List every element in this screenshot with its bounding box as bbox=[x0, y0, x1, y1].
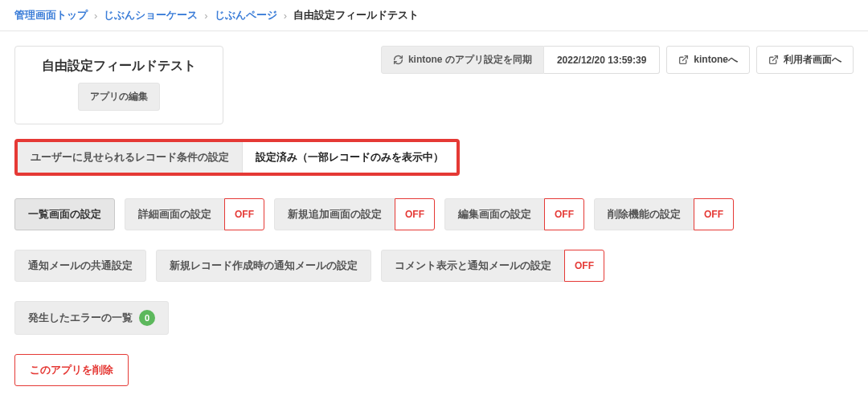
external-link-icon bbox=[678, 55, 689, 65]
sync-group: kintone のアプリ設定を同期 2022/12/20 13:59:39 bbox=[381, 46, 660, 74]
record-condition-button[interactable]: ユーザーに見せられるレコード条件の設定 bbox=[18, 142, 242, 173]
tab-notify-comment[interactable]: コメント表示と通知メールの設定 bbox=[381, 250, 565, 282]
tab-detail-screen[interactable]: 詳細画面の設定 bbox=[125, 198, 225, 230]
error-count-badge: 0 bbox=[139, 310, 155, 326]
off-badge: OFF bbox=[694, 198, 734, 230]
chevron-right-icon: › bbox=[204, 10, 207, 22]
tab-delete-feature[interactable]: 削除機能の設定 bbox=[594, 198, 694, 230]
refresh-icon bbox=[393, 55, 403, 65]
sync-kintone-label: kintone のアプリ設定を同期 bbox=[408, 53, 532, 67]
page-title: 自由設定フィールドテスト bbox=[35, 58, 203, 75]
user-screen-link-label: 利用者画面へ bbox=[784, 53, 841, 67]
tab-add-screen[interactable]: 新規追加画面の設定 bbox=[274, 198, 395, 230]
off-badge: OFF bbox=[544, 198, 584, 230]
record-condition-highlight: ユーザーに見せられるレコード条件の設定 設定済み（一部レコードのみを表示中） bbox=[14, 139, 460, 176]
user-screen-link-button[interactable]: 利用者画面へ bbox=[756, 46, 854, 74]
error-list-label: 発生したエラーの一覧 bbox=[28, 311, 133, 325]
chevron-right-icon: › bbox=[94, 10, 97, 22]
off-badge: OFF bbox=[395, 198, 435, 230]
tab-edit-screen[interactable]: 編集画面の設定 bbox=[444, 198, 545, 230]
tab-notify-new-record[interactable]: 新規レコード作成時の通知メールの設定 bbox=[156, 250, 371, 282]
breadcrumb-link-showcase[interactable]: じぶんショーケース bbox=[104, 8, 198, 22]
breadcrumb-link-top[interactable]: 管理画面トップ bbox=[14, 8, 88, 22]
kintone-link-label: kintoneへ bbox=[694, 53, 738, 67]
chevron-right-icon: › bbox=[284, 10, 287, 22]
delete-app-button[interactable]: このアプリを削除 bbox=[14, 354, 129, 386]
header-actions: kintone のアプリ設定を同期 2022/12/20 13:59:39 ki… bbox=[381, 46, 854, 74]
error-row: 発生したエラーの一覧 0 bbox=[14, 301, 854, 335]
external-link-icon bbox=[768, 55, 779, 65]
breadcrumb-current: 自由設定フィールドテスト bbox=[293, 8, 419, 22]
sync-kintone-button[interactable]: kintone のアプリ設定を同期 bbox=[381, 46, 544, 74]
kintone-link-button[interactable]: kintoneへ bbox=[666, 46, 750, 74]
tab-notify-common[interactable]: 通知メールの共通設定 bbox=[14, 250, 146, 282]
breadcrumb-link-mypage[interactable]: じぶんページ bbox=[215, 8, 277, 22]
tab-list-screen[interactable]: 一覧画面の設定 bbox=[14, 198, 115, 230]
off-badge: OFF bbox=[564, 250, 604, 282]
notification-settings-row: 通知メールの共通設定 新規レコード作成時の通知メールの設定 コメント表示と通知メ… bbox=[14, 250, 854, 282]
app-title-card: 自由設定フィールドテスト アプリの編集 bbox=[14, 46, 223, 124]
off-badge: OFF bbox=[224, 198, 264, 230]
edit-app-button[interactable]: アプリの編集 bbox=[78, 83, 160, 111]
screen-settings-row: 一覧画面の設定 詳細画面の設定 OFF 新規追加画面の設定 OFF 編集画面の設… bbox=[14, 198, 854, 230]
record-condition-status: 設定済み（一部レコードのみを表示中） bbox=[242, 142, 457, 173]
sync-timestamp: 2022/12/20 13:59:39 bbox=[544, 46, 660, 74]
error-list-button[interactable]: 発生したエラーの一覧 0 bbox=[14, 301, 169, 335]
breadcrumb: 管理画面トップ › じぶんショーケース › じぶんページ › 自由設定フィールド… bbox=[0, 0, 868, 31]
